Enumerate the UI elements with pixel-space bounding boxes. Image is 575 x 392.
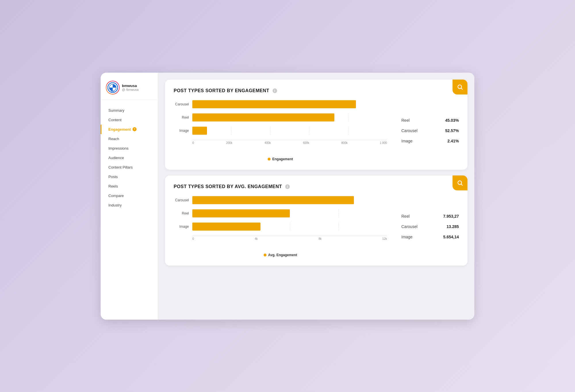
bar-row-image-1: Image <box>174 127 387 135</box>
legend-row-carousel-1: Carousel 52.57% <box>401 128 459 133</box>
chart2-bars: Carousel <box>174 196 387 231</box>
chart1-legend-side: Reel 45.03% Carousel 52.57% Image 2.41% <box>396 100 459 161</box>
bar-fill-image-2 <box>192 223 260 231</box>
svg-line-6 <box>461 88 462 89</box>
profile-handle: @ /bmwusa <box>122 88 139 91</box>
legend-row-reel-2: Reel 7.953,27 <box>401 214 459 219</box>
sidebar-item-summary[interactable]: Summary <box>101 106 158 115</box>
nav-menu: Summary Content Engagement ? Reach Impre… <box>101 106 158 210</box>
chart2-bar-container: Carousel <box>174 196 387 257</box>
bar-fill-carousel-2 <box>192 196 354 204</box>
sidebar-item-posts[interactable]: Posts <box>101 172 158 181</box>
sidebar-item-content[interactable]: Content <box>101 115 158 125</box>
legend-row-image-2: Image 5.654,14 <box>401 235 459 239</box>
chart2-info-icon[interactable]: i <box>285 184 290 189</box>
avatar-inner: BMW <box>106 81 119 94</box>
search-button-1[interactable] <box>453 80 467 94</box>
chart1-legend-bottom: Engagement <box>174 157 387 161</box>
bar-row-image-2: Image <box>174 223 387 231</box>
chart2-inner: Carousel <box>174 196 387 249</box>
sidebar-item-engagement[interactable]: Engagement ? <box>101 125 158 134</box>
bar-row-carousel-2: Carousel <box>174 196 387 204</box>
chart2-dot <box>264 254 267 256</box>
legend-row-image-1: Image 2.41% <box>401 139 459 143</box>
svg-text:BMW: BMW <box>111 91 114 92</box>
chart1-bars: Carousel <box>174 100 387 135</box>
bar-fill-carousel-1 <box>192 100 356 108</box>
profile-section: BMW bmwusa @ /bmwusa <box>101 78 158 100</box>
profile-info: bmwusa @ /bmwusa <box>122 84 139 91</box>
sidebar-item-reach[interactable]: Reach <box>101 134 158 144</box>
app-container: BMW bmwusa @ /bmwusa Summary Content Eng… <box>101 73 474 320</box>
sidebar-item-impressions[interactable]: Impressions <box>101 144 158 153</box>
sidebar-item-content-pillars[interactable]: Content Pillars <box>101 163 158 172</box>
chart2-area: Carousel <box>174 196 459 257</box>
bar-fill-image-1 <box>192 127 207 135</box>
chart1-info-icon[interactable]: i <box>273 88 277 93</box>
chart1-xaxis: 0 200k 400k 600k 800k 1 000 <box>192 140 387 144</box>
legend-row-carousel-2: Carousel 13.285 <box>401 224 459 229</box>
chart-engagement-card: POST TYPES SORTED BY ENGAGEMENT i Carous… <box>165 80 467 170</box>
svg-line-8 <box>461 184 462 185</box>
search-button-2[interactable] <box>453 175 467 190</box>
bar-row-reel-2: Reel <box>174 209 387 217</box>
bar-row-reel-1: Reel <box>174 113 387 121</box>
bmw-logo-icon: BMW <box>108 82 118 93</box>
engagement-help-icon[interactable]: ? <box>133 127 137 131</box>
search-icon-1 <box>457 84 463 90</box>
bar-row-carousel-1: Carousel <box>174 100 387 108</box>
sidebar-item-reels[interactable]: Reels <box>101 181 158 191</box>
sidebar: BMW bmwusa @ /bmwusa Summary Content Eng… <box>101 73 158 320</box>
sidebar-item-industry[interactable]: Industry <box>101 200 158 210</box>
legend-row-reel-1: Reel 45.03% <box>401 118 459 123</box>
chart-avg-engagement-card: POST TYPES SORTED BY AVG. ENGAGEMENT i C… <box>165 175 467 266</box>
chart1-area: Carousel <box>174 100 459 161</box>
chart1-inner: Carousel <box>174 100 387 153</box>
sidebar-item-compare[interactable]: Compare <box>101 191 158 200</box>
profile-name: bmwusa <box>122 84 139 88</box>
sidebar-item-audience[interactable]: Audience <box>101 153 158 163</box>
chart2-legend-bottom: Avg. Engagement <box>174 253 387 257</box>
chart2-legend-side: Reel 7.953,27 Carousel 13.285 Image 5.65… <box>396 196 459 257</box>
chart1-title: POST TYPES SORTED BY ENGAGEMENT i <box>174 88 459 93</box>
chart1-bar-container: Carousel <box>174 100 387 161</box>
chart2-xaxis: 0 4k 8k 12k <box>192 236 387 240</box>
avatar: BMW <box>106 81 119 94</box>
search-icon-2 <box>457 180 463 186</box>
bar-fill-reel-1 <box>192 113 334 121</box>
chart2-title: POST TYPES SORTED BY AVG. ENGAGEMENT i <box>174 184 459 189</box>
main-content: POST TYPES SORTED BY ENGAGEMENT i Carous… <box>158 73 474 320</box>
bar-fill-reel-2 <box>192 209 290 217</box>
chart1-dot <box>268 158 271 161</box>
